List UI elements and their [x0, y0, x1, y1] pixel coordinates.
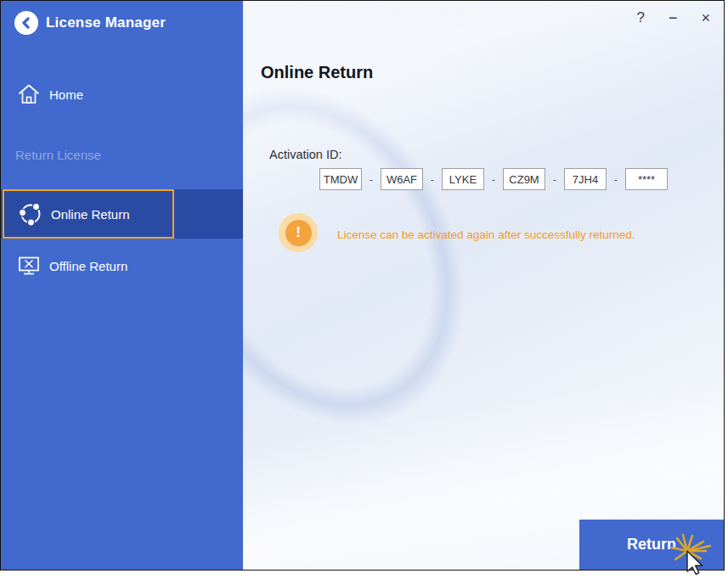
- sidebar: License Manager Home Return License: [1, 1, 243, 570]
- warning-icon: !: [285, 220, 312, 246]
- activation-segment-1[interactable]: [319, 168, 362, 190]
- activation-id-label: Activation ID:: [269, 148, 341, 161]
- window-controls: ? − ×: [635, 8, 713, 28]
- segment-separator: -: [607, 173, 625, 186]
- page-title: Online Return: [261, 63, 373, 82]
- help-button[interactable]: ?: [635, 8, 646, 28]
- sidebar-item-online-return[interactable]: Online Return: [3, 189, 174, 239]
- offline-return-icon: [16, 253, 42, 278]
- warning-icon-halo: !: [279, 213, 318, 252]
- activation-segment-2[interactable]: [381, 168, 423, 190]
- activation-segment-5[interactable]: [564, 168, 607, 190]
- activation-id-fields: - - - - -: [319, 168, 668, 190]
- sidebar-item-label: Home: [49, 87, 83, 102]
- activation-segment-4[interactable]: [503, 168, 545, 190]
- sidebar-item-label: Offline Return: [49, 259, 127, 273]
- activation-segment-6[interactable]: [625, 168, 668, 190]
- sidebar-section-return-license: Return License: [15, 148, 101, 162]
- sidebar-header: License Manager: [14, 11, 166, 35]
- sidebar-item-home[interactable]: Home: [16, 79, 83, 110]
- activation-segment-3[interactable]: [442, 168, 484, 190]
- sidebar-item-offline-return[interactable]: Offline Return: [16, 250, 127, 281]
- online-return-icon: [18, 201, 43, 227]
- main-content: ? − × Online Return Activation ID: - - -…: [243, 1, 724, 570]
- chevron-left-icon: [20, 17, 32, 29]
- license-manager-window: License Manager Home Return License: [0, 0, 725, 571]
- background-streak-decoration: [243, 1, 724, 243]
- minimize-button[interactable]: −: [667, 8, 680, 28]
- segment-separator: -: [545, 173, 564, 186]
- background-curve-decoration: [243, 1, 589, 549]
- segment-separator: -: [484, 173, 503, 186]
- segment-separator: -: [423, 173, 442, 186]
- mouse-cursor: [663, 530, 719, 579]
- app-title: License Manager: [46, 14, 166, 31]
- segment-separator: -: [362, 173, 381, 186]
- home-icon: [16, 82, 42, 107]
- sidebar-item-label: Online Return: [51, 207, 130, 222]
- back-button[interactable]: [14, 11, 38, 35]
- close-button[interactable]: ×: [699, 8, 712, 28]
- warning-message: License can be activated again after suc…: [337, 228, 635, 241]
